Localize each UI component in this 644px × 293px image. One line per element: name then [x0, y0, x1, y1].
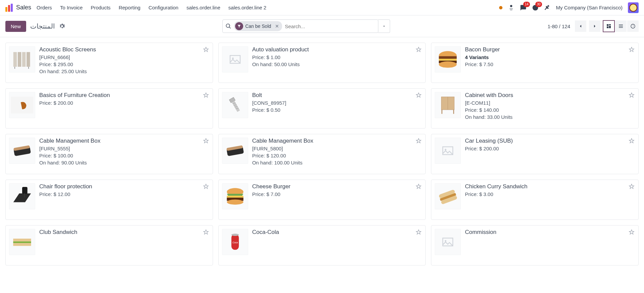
favorite-star-icon[interactable] [415, 92, 422, 99]
product-card[interactable]: Club Sandwich [5, 225, 213, 265]
product-card[interactable]: Cheese BurgerPrice: $ 7.00 [218, 180, 426, 220]
search-icon [225, 23, 231, 29]
nav-item-to-invoice[interactable]: To Invoice [60, 5, 83, 10]
svg-rect-2 [18, 52, 21, 67]
product-image [435, 138, 461, 164]
product-image [222, 46, 248, 72]
svg-rect-16 [232, 101, 240, 112]
messages-badge: 14 [523, 2, 530, 7]
search-box[interactable]: Can be Sold ✕ [222, 19, 378, 33]
product-code: [FURN_5800] [252, 146, 422, 151]
favorite-star-icon[interactable] [415, 46, 422, 53]
product-name: Cable Management Box [252, 138, 422, 144]
nav-item-sales-order-line-2[interactable]: sales.order.line 2 [228, 5, 266, 10]
favorite-star-icon[interactable] [415, 138, 422, 144]
search-options-dropdown[interactable] [378, 19, 390, 33]
product-image [222, 92, 248, 118]
user-avatar[interactable] [628, 2, 639, 13]
product-card[interactable]: Basics of Furniture CreationPrice: $ 200… [5, 88, 213, 129]
product-onhand: On hand: 25.00 Units [39, 68, 209, 74]
favorite-star-icon[interactable] [415, 229, 422, 236]
product-code: [FURN_5555] [39, 146, 209, 151]
favorite-star-icon[interactable] [203, 92, 209, 99]
product-card[interactable]: Cable Management Box[FURN_5800]Price: $ … [218, 134, 426, 174]
pager-text[interactable]: 1-80 / 124 [547, 23, 570, 29]
voip-icon[interactable] [508, 4, 515, 11]
nav-item-configuration[interactable]: Configuration [149, 5, 178, 10]
list-view-button[interactable] [615, 20, 627, 32]
search-input[interactable] [285, 23, 375, 29]
product-card[interactable]: Car Leasing (SUB)Price: $ 200.00 [431, 134, 639, 174]
product-image [222, 138, 248, 164]
product-card[interactable]: CocaCoca-Cola [218, 225, 426, 265]
tools-icon[interactable] [544, 4, 551, 11]
nav-item-reporting[interactable]: Reporting [119, 5, 141, 10]
svg-rect-42 [13, 243, 31, 246]
product-image [9, 92, 35, 118]
svg-rect-10 [439, 56, 457, 59]
activities-icon[interactable]: 30 [532, 4, 539, 11]
product-card[interactable]: Commission [431, 225, 639, 265]
product-card[interactable]: Bolt[CONS_89957]Price: $ 0.50 [218, 88, 426, 129]
company-selector[interactable]: My Company (San Francisco) [556, 5, 623, 10]
favorite-star-icon[interactable] [203, 138, 209, 144]
messages-icon[interactable]: 14 [520, 4, 527, 11]
svg-point-44 [231, 234, 239, 236]
favorite-star-icon[interactable] [628, 229, 635, 236]
product-name: Club Sandwich [39, 229, 209, 236]
product-image: Coca [222, 229, 248, 255]
filter-remove-icon[interactable]: ✕ [273, 23, 281, 29]
product-price: Price: $ 295.00 [39, 61, 209, 67]
product-price: Price: $ 3.00 [465, 191, 635, 197]
product-price: Price: $ 200.00 [39, 100, 209, 106]
product-price: Price: $ 1.00 [252, 54, 422, 60]
product-onhand: On hand: 100.00 Units [252, 160, 422, 165]
app-name: Sales [16, 4, 31, 11]
favorite-star-icon[interactable] [203, 46, 209, 53]
app-logo[interactable]: Sales [5, 4, 31, 12]
product-card[interactable]: Acoustic Bloc Screens[FURN_6666]Price: $… [5, 43, 213, 83]
product-card[interactable]: Chicken Curry SandwichPrice: $ 3.00 [431, 180, 639, 220]
favorite-star-icon[interactable] [203, 183, 209, 190]
favorite-star-icon[interactable] [628, 183, 635, 190]
product-name: Coca-Cola [252, 229, 422, 236]
product-image [435, 229, 461, 255]
status-dot [499, 6, 502, 9]
nav-menu: OrdersTo InvoiceProductsReportingConfigu… [37, 5, 266, 10]
product-onhand: On hand: 90.00 Units [39, 160, 209, 165]
product-code: [CONS_89957] [252, 100, 422, 106]
favorite-star-icon[interactable] [628, 92, 635, 99]
favorite-star-icon[interactable] [203, 229, 209, 236]
pager-prev-button[interactable] [575, 20, 586, 32]
activity-view-button[interactable] [627, 20, 639, 32]
svg-rect-34 [227, 196, 243, 198]
product-price: Price: $ 7.00 [252, 191, 422, 197]
svg-point-36 [227, 200, 243, 205]
new-button[interactable]: New [5, 21, 26, 32]
product-price: Price: $ 12.00 [39, 191, 209, 197]
product-image [435, 92, 461, 118]
filter-pill[interactable]: Can be Sold ✕ [234, 21, 282, 31]
svg-rect-11 [439, 59, 457, 61]
product-onhand: On hand: 50.00 Units [252, 61, 422, 67]
product-name: Commission [465, 229, 635, 236]
favorite-star-icon[interactable] [415, 183, 422, 190]
product-card[interactable]: Cable Management Box[FURN_5555]Price: $ … [5, 134, 213, 174]
svg-rect-4 [26, 52, 30, 67]
nav-item-products[interactable]: Products [91, 5, 110, 10]
nav-item-sales-order-line[interactable]: sales.order.line [186, 5, 220, 10]
nav-item-orders[interactable]: Orders [37, 5, 52, 10]
pager-next-button[interactable] [589, 20, 600, 32]
product-card[interactable]: Chair floor protectionPrice: $ 12.00 [5, 180, 213, 220]
product-card[interactable]: Cabinet with Doors[E-COM11]Price: $ 140.… [431, 88, 639, 129]
product-price: Price: $ 100.00 [39, 153, 209, 158]
funnel-icon [235, 22, 243, 30]
product-card[interactable]: Auto valuation productPrice: $ 1.00On ha… [218, 43, 426, 83]
kanban-view-button[interactable] [603, 20, 614, 32]
favorite-star-icon[interactable] [628, 138, 635, 144]
product-grid: Acoustic Bloc Screens[FURN_6666]Price: $… [0, 37, 644, 271]
product-card[interactable]: Bacon Burger4 VariantsPrice: $ 7.50 [431, 43, 639, 83]
product-image [9, 183, 35, 209]
favorite-star-icon[interactable] [628, 46, 635, 53]
gear-icon[interactable] [59, 23, 65, 29]
